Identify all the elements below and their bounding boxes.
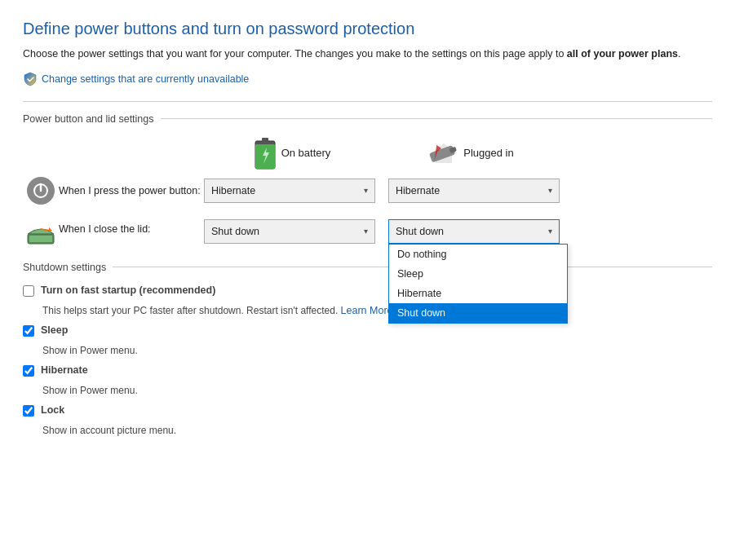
close-lid-icon	[26, 223, 55, 245]
plugged-column-header: Plugged in	[382, 142, 561, 165]
option-shut-down[interactable]: Shut down	[389, 303, 567, 323]
lock-group: Lock Show in account picture menu.	[23, 404, 712, 436]
sleep-desc: Show in Power menu.	[42, 345, 712, 356]
power-button-plugged-dropdown-container: Hibernate ▾	[388, 179, 566, 203]
close-lid-plugged-dropdown-container: Shut down ▾ Do nothing Sleep Hibernate S…	[388, 219, 566, 244]
power-button-icon-container	[23, 177, 59, 205]
svg-rect-2	[262, 138, 268, 142]
page-description: Choose the power settings that you want …	[23, 46, 712, 62]
close-lid-battery-value: Shut down	[211, 226, 259, 237]
close-lid-battery-dropdown-container: Shut down ▾	[204, 219, 382, 244]
settings-link-row: Change settings that are currently unava…	[23, 72, 712, 86]
lock-label[interactable]: Lock	[41, 404, 64, 416]
lock-row: Lock	[23, 404, 712, 417]
power-button-battery-dropdown[interactable]: Hibernate ▾	[204, 179, 375, 203]
option-hibernate[interactable]: Hibernate	[389, 284, 567, 303]
power-button-plugged-dropdown[interactable]: Hibernate ▾	[388, 179, 560, 203]
power-button-row: When I press the power button: Hibernate…	[23, 177, 712, 205]
close-lid-plugged-dropdown-menu: Do nothing Sleep Hibernate Shut down	[388, 244, 568, 324]
battery-column-header: On battery	[202, 136, 382, 170]
svg-rect-1	[255, 144, 275, 169]
plug-icon	[429, 142, 458, 165]
fast-startup-group: Turn on fast startup (recommended) This …	[23, 284, 712, 316]
hibernate-row: Hibernate	[23, 364, 712, 377]
shield-icon	[23, 72, 38, 86]
option-do-nothing[interactable]: Do nothing	[389, 245, 567, 264]
close-lid-label: When I close the lid:	[59, 219, 204, 235]
fast-startup-label[interactable]: Turn on fast startup (recommended)	[41, 284, 215, 296]
close-lid-battery-dropdown[interactable]: Shut down ▾	[204, 219, 375, 244]
sleep-row: Sleep	[23, 324, 712, 337]
power-button-battery-dropdown-container: Hibernate ▾	[204, 179, 382, 203]
power-button-label: When I press the power button:	[59, 185, 204, 196]
close-lid-row: When I close the lid: Shut down ▾ Shut d…	[23, 219, 712, 245]
fast-startup-desc: This helps start your PC faster after sh…	[42, 305, 712, 316]
sleep-group: Sleep Show in Power menu.	[23, 324, 712, 356]
learn-more-link[interactable]: Learn More	[341, 305, 393, 316]
hibernate-checkbox[interactable]	[23, 365, 34, 377]
sleep-label[interactable]: Sleep	[41, 324, 68, 336]
section-divider	[161, 118, 712, 119]
battery-icon	[254, 136, 277, 170]
fast-startup-checkbox[interactable]	[23, 285, 34, 297]
top-divider	[23, 101, 712, 102]
lock-desc: Show in account picture menu.	[42, 425, 712, 436]
hibernate-group: Hibernate Show in Power menu.	[23, 364, 712, 396]
power-lid-section-header: Power button and lid settings	[23, 113, 712, 125]
hibernate-desc: Show in Power menu.	[42, 385, 712, 396]
close-lid-plugged-dropdown[interactable]: Shut down ▾	[388, 219, 560, 244]
page-title: Define power buttons and turn on passwor…	[23, 20, 712, 38]
dropdown-arrow-icon: ▾	[364, 227, 368, 236]
power-button-plugged-value: Hibernate	[396, 185, 440, 196]
dropdown-arrow-icon: ▾	[364, 186, 368, 195]
sleep-checkbox[interactable]	[23, 325, 34, 337]
shutdown-settings-section: Shutdown settings Turn on fast startup (…	[23, 262, 712, 436]
hibernate-label[interactable]: Hibernate	[41, 364, 88, 376]
dropdown-arrow-icon: ▾	[548, 227, 552, 236]
fast-startup-row: Turn on fast startup (recommended)	[23, 284, 712, 297]
lock-checkbox[interactable]	[23, 405, 34, 417]
dropdown-arrow-icon: ▾	[548, 186, 552, 195]
svg-rect-11	[29, 236, 52, 242]
settings-link[interactable]: Change settings that are currently unava…	[42, 73, 249, 85]
power-button-battery-value: Hibernate	[211, 185, 255, 196]
columns-header: On battery Plugged in	[202, 136, 712, 170]
close-lid-plugged-value: Shut down	[396, 226, 444, 237]
close-lid-icon-container	[23, 219, 59, 245]
power-button-icon	[27, 177, 55, 205]
shutdown-section-header: Shutdown settings	[23, 262, 712, 273]
option-sleep[interactable]: Sleep	[389, 264, 567, 284]
